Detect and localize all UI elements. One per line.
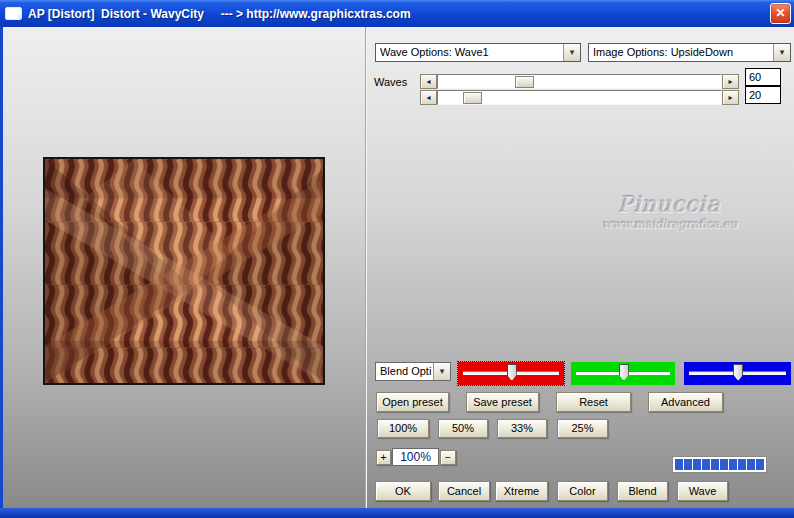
- blue-channel-slider[interactable]: [684, 362, 791, 385]
- watermark-name: Pinuccia: [560, 192, 780, 217]
- blue-slider-thumb[interactable]: [733, 364, 743, 381]
- zoom-level-display: 100%: [392, 448, 439, 466]
- chevron-down-icon[interactable]: ▾: [433, 363, 450, 380]
- red-channel-slider[interactable]: [458, 362, 564, 385]
- progress-segment: [747, 459, 755, 470]
- waves-slider2-left-arrow-icon[interactable]: ◂: [420, 90, 437, 105]
- ok-button[interactable]: OK: [375, 481, 431, 501]
- wavy-texture-image: [45, 159, 323, 383]
- chevron-down-icon[interactable]: ▾: [563, 44, 580, 61]
- watermark-site: www.maidiregrafica.eu: [560, 217, 780, 231]
- wave-button[interactable]: Wave: [677, 481, 728, 501]
- progress-segment: [693, 459, 701, 470]
- progress-segment: [756, 459, 764, 470]
- xtreme-button[interactable]: Xtreme: [495, 481, 548, 501]
- zoom-plus-button[interactable]: +: [376, 450, 391, 465]
- waves-slider2-thumb[interactable]: [463, 92, 482, 104]
- advanced-button[interactable]: Advanced: [648, 392, 723, 412]
- window-title: AP [Distort] Distort - WavyCity --- > ht…: [28, 7, 411, 21]
- zoom-minus-button[interactable]: −: [440, 450, 456, 465]
- progress-segment: [720, 459, 728, 470]
- window-border-left: [0, 27, 3, 509]
- waves-value2-field[interactable]: 20: [745, 86, 781, 104]
- window-border-bottom: [0, 508, 794, 518]
- progress-segment: [702, 459, 710, 470]
- waves-slider1-left-arrow-icon[interactable]: ◂: [420, 74, 437, 89]
- progress-segment: [684, 459, 692, 470]
- zoom-25-button[interactable]: 25%: [557, 419, 608, 438]
- waves-slider2-right-arrow-icon[interactable]: ▸: [722, 90, 739, 105]
- cancel-button[interactable]: Cancel: [438, 481, 490, 501]
- chevron-down-icon[interactable]: ▾: [773, 44, 790, 61]
- save-preset-button[interactable]: Save preset: [466, 392, 539, 412]
- waves-label: Waves: [374, 76, 407, 88]
- close-button[interactable]: ✕: [770, 3, 791, 24]
- zoom-33-button[interactable]: 33%: [497, 419, 547, 438]
- image-options-dropdown[interactable]: Image Options: UpsideDown ▾: [588, 43, 791, 62]
- waves-slider1-track[interactable]: [437, 74, 722, 89]
- blend-options-dropdown[interactable]: Blend Opti ▾: [375, 362, 451, 381]
- preview-image[interactable]: [43, 157, 325, 385]
- waves-slider1-thumb[interactable]: [515, 76, 534, 88]
- red-slider-thumb[interactable]: [507, 364, 517, 381]
- wave-options-dropdown[interactable]: Wave Options: Wave1 ▾: [375, 43, 581, 62]
- waves-value1-field[interactable]: 60: [745, 68, 781, 86]
- waves-slider1-right-arrow-icon[interactable]: ▸: [722, 74, 739, 89]
- zoom-50-button[interactable]: 50%: [438, 419, 488, 438]
- blend-button[interactable]: Blend: [617, 481, 668, 501]
- progress-segment: [711, 459, 719, 470]
- plugin-dialog-window: AP [Distort] Distort - WavyCity --- > ht…: [0, 0, 794, 518]
- progress-segment: [729, 459, 737, 470]
- wave-options-value: Wave Options: Wave1: [380, 46, 489, 58]
- progress-segment: [738, 459, 746, 470]
- waves-slider2-track[interactable]: [437, 90, 722, 105]
- open-preset-button[interactable]: Open preset: [376, 392, 449, 412]
- progress-bar: [672, 456, 767, 473]
- color-button[interactable]: Color: [557, 481, 608, 501]
- green-slider-thumb[interactable]: [619, 364, 629, 381]
- title-bar: AP [Distort] Distort - WavyCity --- > ht…: [0, 0, 794, 27]
- image-options-value: Image Options: UpsideDown: [593, 46, 733, 58]
- window-icon: [5, 7, 22, 20]
- close-icon: ✕: [775, 6, 785, 20]
- zoom-100-button[interactable]: 100%: [377, 419, 429, 438]
- green-channel-slider[interactable]: [571, 362, 675, 385]
- reset-button[interactable]: Reset: [556, 392, 631, 412]
- progress-segment: [675, 459, 683, 470]
- panel-divider: [365, 27, 367, 508]
- blend-options-value: Blend Opti: [380, 365, 431, 377]
